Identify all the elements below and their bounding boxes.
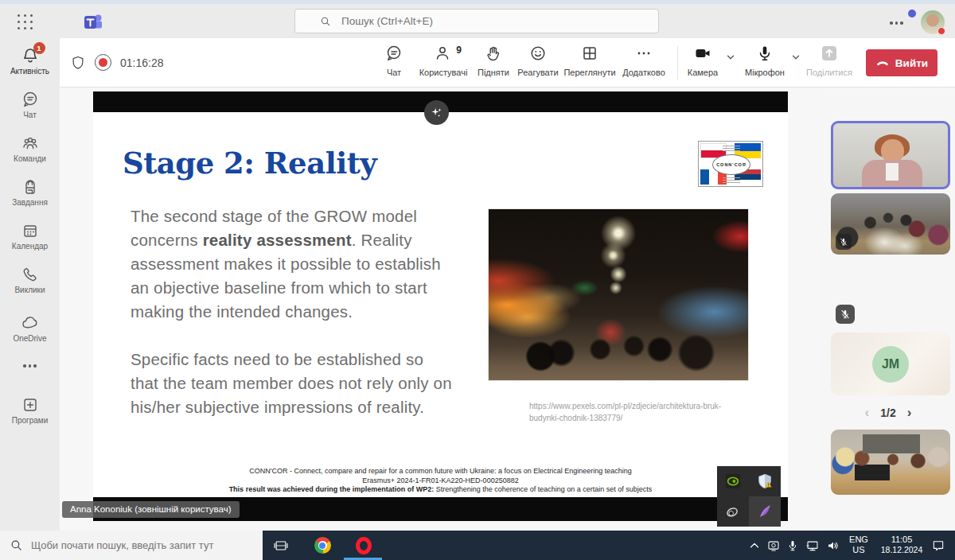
mic-chevron-icon[interactable]	[790, 52, 801, 63]
chrome-taskbar-icon[interactable]	[309, 531, 336, 560]
share-button[interactable]: Поділитися	[804, 44, 855, 77]
logo-fine-print-top	[723, 146, 740, 152]
tray-expand-icon[interactable]	[745, 531, 764, 560]
sparkle-effects-button[interactable]	[424, 100, 449, 125]
sidebar-more-icon[interactable]	[0, 354, 60, 378]
page-next-icon[interactable]: ›	[907, 404, 912, 422]
nvidia-tray-icon[interactable]	[717, 466, 749, 496]
recording-indicator-icon	[95, 54, 111, 71]
more-actions-button[interactable]: Додатково	[616, 44, 672, 77]
street-night-photo	[488, 208, 749, 381]
slide-footer: CONN'COR - Connect, compare and repair f…	[93, 467, 788, 495]
more-options-icon[interactable]	[890, 20, 906, 26]
participants-pagination: ‹ 1/2 ›	[821, 404, 955, 422]
connect-display-icon[interactable]	[764, 531, 783, 560]
app-sidebar: 1 Активність Чат Команди Завдання Календ…	[0, 38, 60, 531]
cloud-icon	[21, 313, 40, 332]
meeting-timer: 01:16:28	[120, 56, 164, 69]
hang-up-icon	[875, 56, 890, 70]
teams-meeting-window: 1 Активність Чат Команди Завдання Календ…	[0, 0, 955, 560]
participant-tile-active-speaker[interactable]	[831, 121, 950, 189]
search-input[interactable]	[341, 15, 612, 27]
sidebar-item-assignments[interactable]: Завдання	[0, 174, 60, 218]
search-icon	[319, 15, 332, 28]
chat-button[interactable]: Чат	[366, 44, 422, 77]
windows-taskbar: ENG US 11:05 18.12.2024	[0, 531, 955, 560]
slide-title: Stage 2: Reality	[123, 146, 376, 181]
system-tray-flyout	[717, 466, 781, 527]
action-center-icon[interactable]	[926, 531, 950, 560]
calendar-icon	[21, 221, 40, 240]
participants-count: 9	[456, 45, 462, 56]
mic-button[interactable]: Мікрофон	[743, 44, 787, 77]
volume-tray-icon[interactable]	[823, 531, 844, 560]
app-launcher-icon[interactable]	[16, 13, 35, 32]
page-indicator: 1/2	[880, 406, 895, 419]
microphone-icon	[755, 44, 774, 63]
participant-tile-woman-glasses[interactable]	[831, 259, 950, 329]
clock[interactable]: 11:05 18.12.2024	[875, 535, 928, 555]
active-speaker-label: Anna Kononiuk (зовнішній користувач)	[62, 501, 240, 518]
phone-icon	[21, 265, 40, 284]
audio-device-tray-icon[interactable]	[717, 496, 749, 527]
logo-name-band: CONN'COR	[712, 154, 750, 175]
slide-body-text: The second stage of the GROW model conce…	[131, 204, 454, 419]
opera-taskbar-icon[interactable]	[350, 531, 377, 560]
person-icon	[434, 44, 453, 63]
ellipsis-icon	[634, 44, 653, 63]
teams-logo[interactable]	[82, 11, 104, 33]
shield-icon[interactable]	[70, 54, 86, 72]
meeting-toolbar: 01:16:28 Чат 9 Користувачі Підняти Реагу…	[60, 38, 955, 88]
backpack-icon	[21, 177, 40, 196]
windows-search-box[interactable]	[0, 531, 263, 560]
sidebar-item-onedrive[interactable]: OneDrive	[0, 310, 60, 354]
conncor-logo: CONN'COR	[698, 141, 763, 187]
camera-icon	[693, 44, 712, 63]
sidebar-item-calls[interactable]: Виклики	[0, 262, 60, 305]
share-screen-icon	[820, 44, 839, 63]
feather-app-tray-icon[interactable]	[749, 496, 781, 527]
photo-source-caption: https://www.pexels.com/pl-pl/zdjecie/arc…	[529, 400, 721, 424]
sparkle-icon	[430, 106, 443, 119]
participants-panel: JM ‹ 1/2 ›	[821, 88, 955, 531]
slide-paragraph-2: Specific facts need to be established so…	[131, 348, 454, 419]
participant-tile-initials[interactable]: JM	[831, 332, 950, 395]
language-indicator[interactable]: ENG US	[845, 535, 872, 555]
sidebar-item-apps[interactable]: Програми	[0, 392, 60, 436]
participant-shirt	[886, 163, 898, 181]
smiley-icon	[528, 44, 548, 63]
people-group-icon	[21, 134, 40, 153]
react-button[interactable]: Реагувати	[510, 44, 566, 77]
presence-notification-dot	[908, 10, 916, 18]
camera-chevron-icon[interactable]	[725, 52, 736, 63]
grid-view-icon	[580, 44, 599, 63]
participant-tile-classroom[interactable]	[831, 193, 950, 255]
search-bar[interactable]	[294, 9, 659, 33]
security-warning-tray-icon[interactable]	[749, 466, 781, 496]
participant-tile-group[interactable]	[831, 430, 950, 495]
slide-paragraph-1: The second stage of the GROW model conce…	[131, 204, 454, 324]
camera-button[interactable]: Камера	[680, 44, 725, 77]
participants-button[interactable]: 9 Користувачі	[415, 44, 471, 77]
task-view-button[interactable]	[269, 531, 293, 560]
windows-search-input[interactable]	[31, 539, 246, 551]
presentation-stage: Stage 2: Reality CONN'COR The second sta…	[60, 88, 821, 531]
page-previous-icon[interactable]: ‹	[865, 404, 870, 422]
raised-hand-icon	[484, 44, 503, 63]
leave-button[interactable]: Вийти	[866, 49, 937, 76]
user-avatar[interactable]	[921, 10, 945, 34]
chat-icon	[21, 90, 40, 109]
microphone-tray-icon[interactable]	[783, 531, 802, 560]
participant-initials-avatar: JM	[872, 346, 909, 383]
logo-fine-print-bottom	[723, 177, 740, 184]
presentation-slide: Stage 2: Reality CONN'COR The second sta…	[93, 112, 788, 497]
mic-muted-badge	[836, 305, 855, 324]
sidebar-item-activity[interactable]: 1 Активність	[0, 43, 60, 87]
view-button[interactable]: Переглянути	[562, 44, 618, 77]
sidebar-item-calendar[interactable]: Календар	[0, 218, 60, 262]
mic-muted-badge	[836, 234, 852, 250]
network-tray-icon[interactable]	[802, 531, 823, 560]
sidebar-item-chat[interactable]: Чат	[0, 87, 60, 130]
sidebar-item-teams[interactable]: Команди	[0, 130, 60, 174]
activity-badge: 1	[33, 42, 45, 54]
